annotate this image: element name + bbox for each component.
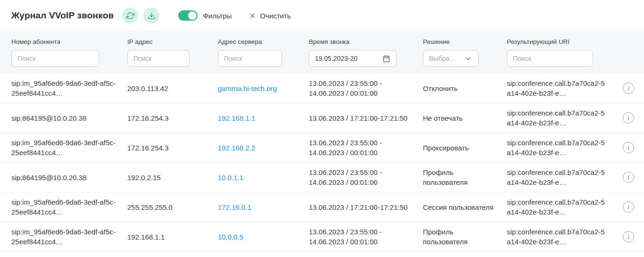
row-info-cell: i bbox=[618, 172, 644, 183]
subscriber-cell: sip:im_95af6ed6-9da6-3edf-af5c-25eef8441… bbox=[11, 197, 127, 217]
filter-uri: Результирующий URI bbox=[507, 38, 618, 67]
server-address-link[interactable]: 10.0.0.5 bbox=[218, 233, 243, 241]
call-time-date-input[interactable]: 19.05.2023-20 bbox=[309, 50, 396, 67]
uri-cell: sip:conference.call.b7a70ca2-5a14-402e-b… bbox=[507, 138, 618, 158]
column-label-call-time: Время звонка bbox=[309, 38, 413, 45]
decision-cell: Проксировать bbox=[423, 143, 507, 153]
time-cell: 13.06.2023 / 17:21:00-17:21:50 bbox=[309, 113, 423, 123]
filters-toggle[interactable] bbox=[178, 10, 198, 21]
ip-cell: 255.255.255.0 bbox=[127, 202, 218, 212]
info-icon[interactable]: i bbox=[623, 201, 634, 213]
table-row: sip:864195@10.0.20.38172.16.254.3192.168… bbox=[0, 103, 644, 133]
refresh-button[interactable] bbox=[122, 8, 138, 24]
server-address-link[interactable]: 172.16.0.1 bbox=[218, 203, 251, 211]
info-icon[interactable]: i bbox=[623, 172, 634, 183]
subscriber-cell: sip:864195@10.0.20.38 bbox=[11, 113, 127, 123]
server-address-link[interactable]: 192.168.2.2 bbox=[218, 144, 255, 152]
download-icon bbox=[148, 12, 156, 20]
decision-cell: Профиль пользователя bbox=[423, 227, 507, 247]
ip-search-input[interactable] bbox=[127, 50, 190, 67]
decision-cell: Не отвечать bbox=[423, 113, 507, 123]
row-info-cell: i bbox=[618, 201, 644, 213]
decision-cell: Профиль пользователя bbox=[423, 167, 507, 187]
column-label-uri: Результирующий URI bbox=[507, 38, 608, 45]
row-info-cell: i bbox=[618, 83, 644, 94]
decision-cell: Отклонить bbox=[423, 83, 507, 93]
toggle-knob bbox=[188, 11, 197, 20]
server-address-link[interactable]: 192.168.1.1 bbox=[218, 114, 255, 122]
uri-cell: sip:conference.call.b7a70ca2-5a14-402e-b… bbox=[507, 78, 618, 98]
ip-cell: 192.168.1.1 bbox=[127, 232, 218, 242]
time-cell: 13.06.2023 / 23:55:00 - 14.06.2023 / 00:… bbox=[309, 78, 423, 98]
server-address-link[interactable]: 10.0.1.1 bbox=[218, 174, 243, 182]
time-cell: 13.06.2023 / 23:55:00 - 14.06.2023 / 00:… bbox=[309, 227, 423, 247]
table-row: sip:im_95af6ed6-9da6-3edf-af5c-25eef8441… bbox=[0, 222, 644, 252]
subscriber-cell: sip:im_95af6ed6-9da6-3edf-af5c-25eef8441… bbox=[11, 78, 127, 98]
ip-cell: 172.16.254.3 bbox=[127, 113, 218, 123]
filter-decision: Решение Выбра… bbox=[423, 38, 507, 67]
calendar-icon bbox=[382, 55, 390, 63]
server-cell: 10.0.1.1 bbox=[218, 173, 309, 182]
decision-select[interactable]: Выбра… bbox=[423, 50, 479, 67]
table-body: sip:im_95af6ed6-9da6-3edf-af5c-25eef8441… bbox=[0, 74, 644, 252]
table-row: sip:im_95af6ed6-9da6-3edf-af5c-25eef8441… bbox=[0, 74, 644, 103]
info-icon[interactable]: i bbox=[623, 112, 634, 124]
filter-ip: IP адрес bbox=[127, 38, 218, 67]
server-address-link[interactable]: gamma.hi-tech.org bbox=[218, 84, 277, 92]
download-button[interactable] bbox=[143, 8, 159, 24]
column-label-decision: Решение bbox=[423, 38, 497, 45]
time-cell: 13.06.2023 / 23:55:00 - 14.06.2023 / 00:… bbox=[309, 138, 423, 158]
toolbar: Журнал VVoIP звонков Фильтры bbox=[0, 0, 644, 31]
info-icon[interactable]: i bbox=[623, 142, 634, 153]
uri-search-input[interactable] bbox=[507, 50, 593, 67]
ip-cell: 192.0.2.15 bbox=[127, 173, 218, 182]
table-row: sip:864195@10.0.20.38192.0.2.1510.0.1.11… bbox=[0, 163, 644, 192]
server-search-input[interactable] bbox=[218, 50, 282, 67]
server-cell: 10.0.0.5 bbox=[218, 232, 309, 242]
row-info-cell: i bbox=[618, 112, 644, 124]
page-title: Журнал VVoIP звонков bbox=[11, 10, 114, 21]
filter-bar: Номер абонента IP адрес Адрес сервера Вр… bbox=[0, 31, 644, 74]
server-cell: 192.168.2.2 bbox=[218, 143, 309, 153]
decision-select-value: Выбра… bbox=[429, 55, 456, 62]
uri-cell: sip:conference.call.b7a70ca2-5a14-402e-b… bbox=[507, 197, 618, 217]
filter-call-time: Время звонка 19.05.2023-20 bbox=[309, 38, 423, 67]
column-label-subscriber: Номер абонента bbox=[11, 38, 118, 45]
column-label-server: Адрес сервера bbox=[218, 38, 299, 45]
table-row: sip:im_95af6ed6-9da6-3edf-af5c-25eef8441… bbox=[0, 133, 644, 163]
ip-cell: 203.0.113.42 bbox=[127, 83, 218, 93]
uri-cell: sip:conference.call.b7a70ca2-5a14-402e-b… bbox=[507, 108, 618, 128]
info-icon[interactable]: i bbox=[623, 231, 634, 242]
uri-cell: sip:conference.call.b7a70ca2-5a14-402e-b… bbox=[507, 167, 618, 187]
subscriber-cell: sip:864195@10.0.20.38 bbox=[11, 173, 127, 182]
clear-filters-button[interactable]: Очистить bbox=[249, 12, 291, 20]
uri-cell: sip:conference.call.b7a70ca2-5a14-402e-b… bbox=[507, 227, 618, 247]
chevron-down-icon bbox=[464, 55, 472, 63]
time-cell: 13.06.2023 / 17:21:00-17:21:50 bbox=[309, 202, 423, 212]
subscriber-search-input[interactable] bbox=[11, 50, 99, 67]
filter-subscriber: Номер абонента bbox=[11, 38, 127, 67]
table-row: sip:im_95af6ed6-9da6-3edf-af5c-25eef8441… bbox=[0, 192, 644, 222]
row-info-cell: i bbox=[618, 142, 644, 153]
subscriber-cell: sip:im_95af6ed6-9da6-3edf-af5c-25eef8441… bbox=[11, 138, 127, 158]
filters-toggle-label: Фильтры bbox=[203, 12, 231, 20]
decision-cell: Сессия пользователя bbox=[423, 202, 507, 212]
time-cell: 13.06.2023 / 23:55:00 - 14.06.2023 / 00:… bbox=[309, 167, 423, 187]
server-cell: 192.168.1.1 bbox=[218, 113, 309, 123]
row-info-cell: i bbox=[618, 231, 644, 242]
clear-filters-label: Очистить bbox=[260, 12, 291, 20]
date-range-value: 19.05.2023-20 bbox=[315, 55, 357, 62]
filter-server: Адрес сервера bbox=[218, 38, 309, 67]
server-cell: gamma.hi-tech.org bbox=[218, 83, 309, 93]
server-cell: 172.16.0.1 bbox=[218, 202, 309, 212]
ip-cell: 172.16.254.3 bbox=[127, 143, 218, 153]
close-icon bbox=[249, 12, 256, 19]
refresh-icon bbox=[126, 12, 134, 20]
column-label-ip: IP адрес bbox=[127, 38, 208, 45]
subscriber-cell: sip:im_95af6ed6-9da6-3edf-af5c-25eef8441… bbox=[11, 227, 127, 247]
info-icon[interactable]: i bbox=[623, 83, 634, 94]
